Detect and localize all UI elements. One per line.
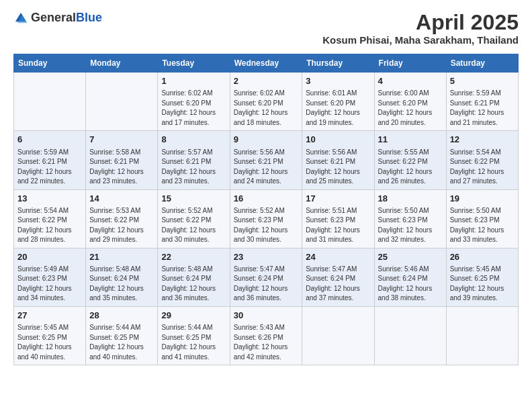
title-section: April 2025 Kosum Phisai, Maha Sarakham, … — [322, 11, 519, 46]
cell-info: Sunrise: 5:47 AM Sunset: 6:24 PM Dayligh… — [306, 265, 370, 304]
cell-info: Sunrise: 5:52 AM Sunset: 6:23 PM Dayligh… — [234, 206, 299, 245]
calendar-cell: 21Sunrise: 5:48 AM Sunset: 6:24 PM Dayli… — [86, 248, 158, 306]
day-number: 10 — [306, 134, 370, 146]
calendar-cell: 17Sunrise: 5:51 AM Sunset: 6:23 PM Dayli… — [302, 189, 374, 248]
day-number: 9 — [234, 134, 299, 146]
day-number: 30 — [234, 310, 299, 322]
cell-info: Sunrise: 5:52 AM Sunset: 6:22 PM Dayligh… — [161, 206, 226, 245]
cell-info: Sunrise: 5:46 AM Sunset: 6:24 PM Dayligh… — [378, 265, 443, 304]
day-number: 27 — [17, 310, 82, 322]
day-number: 16 — [234, 193, 299, 205]
day-number: 4 — [378, 75, 443, 87]
day-number: 17 — [306, 193, 370, 205]
day-number: 21 — [89, 251, 154, 263]
calendar-cell: 27Sunrise: 5:45 AM Sunset: 6:25 PM Dayli… — [14, 306, 86, 365]
day-number: 11 — [378, 134, 443, 146]
logo-text: GeneralBlue — [31, 11, 102, 25]
day-number: 6 — [17, 134, 82, 146]
cell-info: Sunrise: 5:56 AM Sunset: 6:21 PM Dayligh… — [306, 148, 370, 187]
weekday-thursday: Thursday — [302, 54, 374, 73]
day-number: 29 — [161, 310, 226, 322]
logo: GeneralBlue — [13, 11, 102, 26]
calendar-cell: 3Sunrise: 6:01 AM Sunset: 6:20 PM Daylig… — [302, 73, 374, 131]
calendar-cell: 8Sunrise: 5:57 AM Sunset: 6:21 PM Daylig… — [158, 131, 230, 189]
weekday-wednesday: Wednesday — [230, 54, 302, 73]
calendar-cell: 10Sunrise: 5:56 AM Sunset: 6:21 PM Dayli… — [302, 131, 374, 189]
calendar-cell: 18Sunrise: 5:50 AM Sunset: 6:23 PM Dayli… — [374, 189, 446, 248]
cell-info: Sunrise: 5:59 AM Sunset: 6:21 PM Dayligh… — [450, 89, 515, 128]
calendar-cell — [374, 306, 446, 365]
calendar-cell: 2Sunrise: 6:02 AM Sunset: 6:20 PM Daylig… — [230, 73, 302, 131]
cell-info: Sunrise: 5:57 AM Sunset: 6:21 PM Dayligh… — [161, 148, 226, 187]
calendar-cell: 23Sunrise: 5:47 AM Sunset: 6:24 PM Dayli… — [230, 248, 302, 306]
weekday-sunday: Sunday — [14, 54, 86, 73]
calendar-cell: 7Sunrise: 5:58 AM Sunset: 6:21 PM Daylig… — [86, 131, 158, 189]
day-number: 3 — [306, 75, 370, 87]
calendar-cell: 29Sunrise: 5:44 AM Sunset: 6:25 PM Dayli… — [158, 306, 230, 365]
calendar-cell: 14Sunrise: 5:53 AM Sunset: 6:22 PM Dayli… — [86, 189, 158, 248]
cell-info: Sunrise: 6:02 AM Sunset: 6:20 PM Dayligh… — [161, 89, 226, 128]
cell-info: Sunrise: 5:59 AM Sunset: 6:21 PM Dayligh… — [17, 148, 82, 187]
cell-info: Sunrise: 5:56 AM Sunset: 6:21 PM Dayligh… — [234, 148, 299, 187]
calendar-cell: 4Sunrise: 6:00 AM Sunset: 6:20 PM Daylig… — [374, 73, 446, 131]
calendar-cell: 16Sunrise: 5:52 AM Sunset: 6:23 PM Dayli… — [230, 189, 302, 248]
cell-info: Sunrise: 5:53 AM Sunset: 6:22 PM Dayligh… — [89, 206, 154, 245]
day-number: 24 — [306, 251, 370, 263]
cell-info: Sunrise: 5:47 AM Sunset: 6:24 PM Dayligh… — [234, 265, 299, 304]
day-number: 25 — [378, 251, 443, 263]
cell-info: Sunrise: 5:50 AM Sunset: 6:23 PM Dayligh… — [378, 206, 443, 245]
page-header: GeneralBlue April 2025 Kosum Phisai, Mah… — [13, 11, 519, 46]
day-number: 28 — [89, 310, 154, 322]
calendar-cell: 28Sunrise: 5:44 AM Sunset: 6:25 PM Dayli… — [86, 306, 158, 365]
cell-info: Sunrise: 5:49 AM Sunset: 6:23 PM Dayligh… — [17, 265, 82, 304]
day-number: 12 — [450, 134, 515, 146]
cell-info: Sunrise: 5:44 AM Sunset: 6:25 PM Dayligh… — [89, 323, 154, 362]
weekday-header-row: SundayMondayTuesdayWednesdayThursdayFrid… — [14, 54, 519, 73]
weekday-saturday: Saturday — [446, 54, 518, 73]
calendar-cell: 5Sunrise: 5:59 AM Sunset: 6:21 PM Daylig… — [446, 73, 518, 131]
weekday-tuesday: Tuesday — [158, 54, 230, 73]
day-number: 22 — [161, 251, 226, 263]
cell-info: Sunrise: 5:50 AM Sunset: 6:23 PM Dayligh… — [450, 206, 515, 245]
cell-info: Sunrise: 5:55 AM Sunset: 6:22 PM Dayligh… — [378, 148, 443, 187]
cell-info: Sunrise: 6:02 AM Sunset: 6:20 PM Dayligh… — [234, 89, 299, 128]
day-number: 23 — [234, 251, 299, 263]
location-title: Kosum Phisai, Maha Sarakham, Thailand — [322, 34, 519, 46]
calendar-cell: 1Sunrise: 6:02 AM Sunset: 6:20 PM Daylig… — [158, 73, 230, 131]
cell-info: Sunrise: 5:48 AM Sunset: 6:24 PM Dayligh… — [89, 265, 154, 304]
calendar-cell: 12Sunrise: 5:54 AM Sunset: 6:22 PM Dayli… — [446, 131, 518, 189]
day-number: 14 — [89, 193, 154, 205]
calendar-cell: 6Sunrise: 5:59 AM Sunset: 6:21 PM Daylig… — [14, 131, 86, 189]
logo-general: General — [31, 11, 76, 24]
day-number: 19 — [450, 193, 515, 205]
calendar-table: SundayMondayTuesdayWednesdayThursdayFrid… — [13, 54, 519, 365]
cell-info: Sunrise: 5:45 AM Sunset: 6:25 PM Dayligh… — [17, 323, 82, 362]
day-number: 8 — [161, 134, 226, 146]
cell-info: Sunrise: 5:54 AM Sunset: 6:22 PM Dayligh… — [450, 148, 515, 187]
day-number: 18 — [378, 193, 443, 205]
calendar-cell: 19Sunrise: 5:50 AM Sunset: 6:23 PM Dayli… — [446, 189, 518, 248]
calendar-week-1: 6Sunrise: 5:59 AM Sunset: 6:21 PM Daylig… — [14, 131, 519, 189]
logo-blue: Blue — [76, 11, 102, 24]
day-number: 13 — [17, 193, 82, 205]
cell-info: Sunrise: 5:44 AM Sunset: 6:25 PM Dayligh… — [161, 323, 226, 362]
day-number: 20 — [17, 251, 82, 263]
calendar-week-3: 20Sunrise: 5:49 AM Sunset: 6:23 PM Dayli… — [14, 248, 519, 306]
cell-info: Sunrise: 6:01 AM Sunset: 6:20 PM Dayligh… — [306, 89, 370, 128]
calendar-cell — [302, 306, 374, 365]
logo-icon — [13, 11, 28, 26]
calendar-cell: 22Sunrise: 5:48 AM Sunset: 6:24 PM Dayli… — [158, 248, 230, 306]
cell-info: Sunrise: 5:45 AM Sunset: 6:25 PM Dayligh… — [450, 265, 515, 304]
calendar-cell — [86, 73, 158, 131]
cell-info: Sunrise: 5:54 AM Sunset: 6:22 PM Dayligh… — [17, 206, 82, 245]
calendar-cell: 30Sunrise: 5:43 AM Sunset: 6:26 PM Dayli… — [230, 306, 302, 365]
calendar-cell — [446, 306, 518, 365]
calendar-week-2: 13Sunrise: 5:54 AM Sunset: 6:22 PM Dayli… — [14, 189, 519, 248]
calendar-cell: 15Sunrise: 5:52 AM Sunset: 6:22 PM Dayli… — [158, 189, 230, 248]
month-title: April 2025 — [322, 11, 519, 34]
calendar-cell: 11Sunrise: 5:55 AM Sunset: 6:22 PM Dayli… — [374, 131, 446, 189]
day-number: 7 — [89, 134, 154, 146]
calendar-cell: 20Sunrise: 5:49 AM Sunset: 6:23 PM Dayli… — [14, 248, 86, 306]
cell-info: Sunrise: 6:00 AM Sunset: 6:20 PM Dayligh… — [378, 89, 443, 128]
calendar-cell: 9Sunrise: 5:56 AM Sunset: 6:21 PM Daylig… — [230, 131, 302, 189]
